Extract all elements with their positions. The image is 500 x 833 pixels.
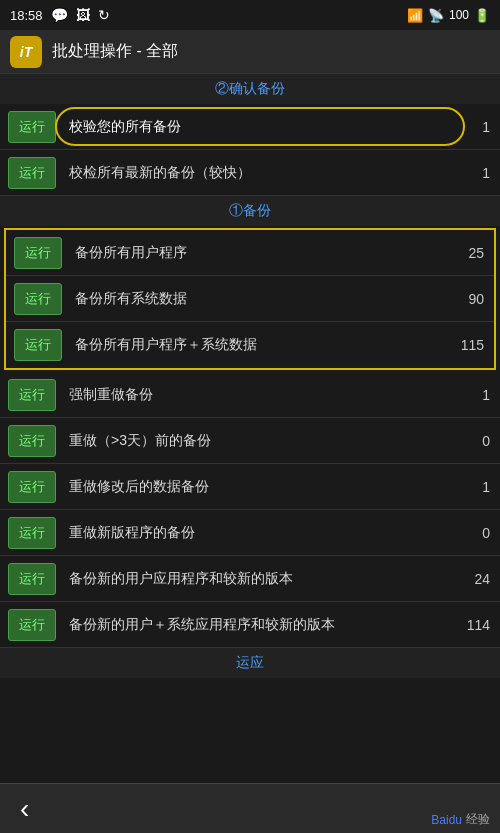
row-label: 校检所有最新的备份（较快） xyxy=(64,156,470,190)
table-row: 运行 备份新的用户应用程序和较新的版本 24 xyxy=(0,556,500,602)
run-button[interactable]: 运行 xyxy=(8,425,56,457)
app-icon: iT xyxy=(10,36,42,68)
baidu-logo: Baidu xyxy=(431,813,462,827)
table-row: 运行 备份新的用户＋系统应用程序和较新的版本 114 xyxy=(0,602,500,648)
row-count: 24 xyxy=(464,571,500,587)
table-row: 运行 备份所有用户程序 25 xyxy=(6,230,494,276)
main-scroll-area[interactable]: ②确认备份 运行 校验您的所有备份 1 运行 校检所有最新的备份（较快） 1 ①… xyxy=(0,74,500,783)
table-row: 运行 备份所有用户程序＋系统数据 115 xyxy=(6,322,494,368)
status-left: 18:58 💬 🖼 ↻ xyxy=(10,7,110,23)
row-label: 重做新版程序的备份 xyxy=(64,516,470,550)
row-label: 备份所有用户程序＋系统数据 xyxy=(70,328,451,362)
back-button[interactable]: ‹ xyxy=(0,783,49,834)
section-header-extra: 运应 xyxy=(0,648,500,678)
run-button[interactable]: 运行 xyxy=(8,379,56,411)
run-button[interactable]: 运行 xyxy=(8,563,56,595)
baidu-watermark: Baidu 经验 xyxy=(431,811,490,828)
refresh-icon: ↻ xyxy=(98,7,110,23)
row-count: 0 xyxy=(470,433,500,449)
table-row: 运行 校检所有最新的备份（较快） 1 xyxy=(0,150,500,196)
row-count: 1 xyxy=(470,479,500,495)
bottom-nav: ‹ Baidu 经验 xyxy=(0,783,500,833)
status-right: 📶 📡 100 🔋 xyxy=(407,8,490,23)
section-extra-label: 运应 xyxy=(236,654,264,670)
message-icon: 💬 xyxy=(51,7,68,23)
section-verify-label: ②确认备份 xyxy=(215,80,285,96)
row-count: 1 xyxy=(470,165,500,181)
battery-icon: 🔋 xyxy=(474,8,490,23)
row-count: 1 xyxy=(470,387,500,403)
time: 18:58 xyxy=(10,8,43,23)
row-label: 重做（>3天）前的备份 xyxy=(64,424,470,458)
battery-percent: 100 xyxy=(449,8,469,22)
table-row: 运行 备份所有系统数据 90 xyxy=(6,276,494,322)
row-count: 25 xyxy=(458,245,494,261)
row-count: 115 xyxy=(451,337,494,353)
table-row: 运行 校验您的所有备份 1 xyxy=(0,104,500,150)
yellow-rect-group: 运行 备份所有用户程序 25 运行 备份所有系统数据 90 运行 备份所有用户程… xyxy=(4,228,496,370)
table-row: 运行 强制重做备份 1 xyxy=(0,372,500,418)
row-label: 备份所有用户程序 xyxy=(70,236,458,270)
table-row: 运行 重做（>3天）前的备份 0 xyxy=(0,418,500,464)
signal-icon: 📡 xyxy=(428,8,444,23)
section-header-verify: ②确认备份 xyxy=(0,74,500,104)
status-bar: 18:58 💬 🖼 ↻ 📶 📡 100 🔋 xyxy=(0,0,500,30)
section-backup-label: ①备份 xyxy=(229,202,271,218)
table-row: 运行 重做新版程序的备份 0 xyxy=(0,510,500,556)
run-button[interactable]: 运行 xyxy=(14,283,62,315)
section-header-backup: ①备份 xyxy=(0,196,500,226)
row-count: 114 xyxy=(457,617,500,633)
run-button[interactable]: 运行 xyxy=(8,471,56,503)
row-count: 1 xyxy=(470,119,500,135)
row-label: 备份新的用户应用程序和较新的版本 xyxy=(64,562,464,596)
row-label: 校验您的所有备份 xyxy=(64,110,470,144)
run-button[interactable]: 运行 xyxy=(14,329,62,361)
row-count: 0 xyxy=(470,525,500,541)
run-button[interactable]: 运行 xyxy=(8,517,56,549)
row-label: 强制重做备份 xyxy=(64,378,470,412)
wifi-icon: 📶 xyxy=(407,8,423,23)
run-button[interactable]: 运行 xyxy=(8,157,56,189)
page-title: 批处理操作 - 全部 xyxy=(52,41,490,62)
jingyan-label: 经验 xyxy=(466,811,490,828)
table-row: 运行 重做修改后的数据备份 1 xyxy=(0,464,500,510)
run-button[interactable]: 运行 xyxy=(8,609,56,641)
image-icon: 🖼 xyxy=(76,7,90,23)
app-header: iT 批处理操作 - 全部 xyxy=(0,30,500,74)
run-button[interactable]: 运行 xyxy=(8,111,56,143)
row-count: 90 xyxy=(458,291,494,307)
row-label: 重做修改后的数据备份 xyxy=(64,470,470,504)
run-button[interactable]: 运行 xyxy=(14,237,62,269)
row-label: 备份所有系统数据 xyxy=(70,282,458,316)
row-label: 备份新的用户＋系统应用程序和较新的版本 xyxy=(64,608,457,642)
